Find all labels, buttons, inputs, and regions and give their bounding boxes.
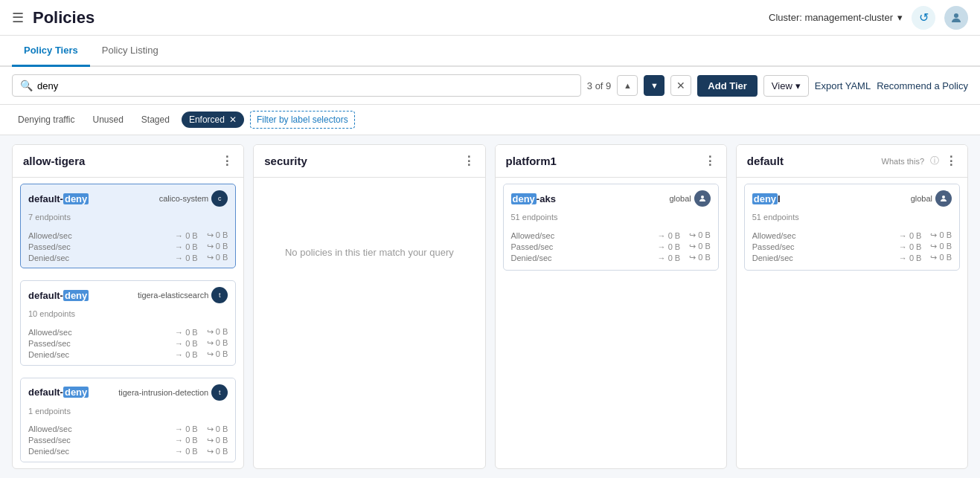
search-input[interactable] — [37, 80, 573, 91]
app-title: Policies — [33, 8, 760, 28]
export-yaml-button[interactable]: Export YAML — [815, 80, 871, 91]
history-icon[interactable]: ↺ — [912, 6, 935, 30]
filter-unused[interactable]: Unused — [86, 112, 129, 128]
tier-allow-tigera: allow-tigera ⋮ default-deny calico-syste… — [12, 144, 244, 469]
filter-enforced[interactable]: Enforced ✕ — [182, 112, 244, 128]
namespace-label-3: tigera-intrusion-detection — [118, 388, 208, 397]
recommend-policy-button[interactable]: Recommend a Policy — [877, 80, 968, 91]
tier-security-menu-icon[interactable]: ⋮ — [463, 154, 475, 168]
tier-default-meta: Whats this? ⓘ ⋮ — [882, 154, 957, 168]
policy-card-header-2: default-deny tigera-elasticsearch t — [21, 281, 235, 309]
policy-stats-4: Allowed/sec → 0 B ↪ 0 B Passed/sec → 0 B… — [504, 226, 718, 270]
filter-staged[interactable]: Staged — [135, 112, 176, 128]
tier-security-name: security — [264, 155, 307, 167]
stat-row-passed: Passed/sec → 0 B ↪ 0 B — [28, 242, 228, 251]
tier-default: default Whats this? ⓘ ⋮ denyl global — [736, 144, 968, 469]
namespace-badge-4: global — [669, 190, 710, 207]
namespace-label: calico-system — [159, 194, 209, 203]
page-layout: ☰ Policies Cluster: management-cluster ▾… — [0, 0, 980, 478]
namespace-label-5: global — [911, 194, 932, 203]
tier-security: security ⋮ No policies in this tier matc… — [253, 144, 485, 469]
search-prev-button[interactable]: ▲ — [617, 75, 638, 96]
policy-endpoints: 7 endpoints — [21, 213, 235, 226]
namespace-badge-3: tigera-intrusion-detection t — [118, 384, 228, 401]
info-icon[interactable]: ⓘ — [930, 155, 939, 167]
tier-platform1-name: platform1 — [506, 155, 557, 167]
cluster-selector[interactable]: Cluster: management-cluster ▾ — [769, 12, 903, 23]
filter-denying-traffic[interactable]: Denying traffic — [12, 112, 80, 128]
namespace-label-4: global — [669, 194, 691, 203]
policy-stats-5: Allowed/sec → 0 B ↪ 0 B Passed/sec → 0 B… — [745, 226, 959, 270]
view-label: View — [772, 80, 792, 91]
policy-endpoints-3: 1 endpoints — [21, 407, 235, 420]
policy-card-header-5: denyl global — [745, 184, 959, 213]
stat-row-allowed: Allowed/sec → 0 B ↪ 0 B — [28, 230, 228, 240]
policy-endpoints-4: 51 endpoints — [504, 213, 718, 226]
policy-stats-3: Allowed/sec → 0 B ↪ 0 B Passed/sec → 0 B… — [21, 420, 235, 462]
policy-endpoints-5: 51 endpoints — [745, 213, 959, 226]
svg-point-2 — [942, 196, 945, 198]
avatar-icon[interactable] — [944, 6, 968, 30]
hamburger-icon[interactable]: ☰ — [12, 10, 24, 26]
search-count: 3 of 9 — [587, 80, 612, 91]
policy-card-default-deny-calico[interactable]: default-deny calico-system c 7 endpoints… — [20, 184, 236, 268]
tier-allow-tigera-name: allow-tigera — [23, 155, 85, 167]
search-clear-button[interactable]: ✕ — [670, 75, 691, 96]
search-highlight-5: deny — [752, 193, 778, 204]
tier-security-header: security ⋮ — [254, 145, 484, 178]
tab-policy-listing[interactable]: Policy Listing — [90, 36, 170, 67]
tier-security-empty: No policies in this tier match your quer… — [254, 178, 484, 326]
view-chevron-icon: ▾ — [795, 80, 801, 91]
svg-point-0 — [954, 13, 958, 18]
filter-enforced-label: Enforced — [189, 114, 225, 125]
tier-default-name: default — [747, 155, 784, 167]
policy-endpoints-2: 10 endpoints — [21, 309, 235, 323]
policy-name-row-5: denyl — [752, 193, 781, 204]
view-button[interactable]: View ▾ — [763, 75, 809, 97]
namespace-avatar-3: t — [211, 384, 228, 401]
filter-enforced-close-icon[interactable]: ✕ — [229, 114, 237, 125]
policy-stats: Allowed/sec → 0 B ↪ 0 B Passed/sec → 0 B… — [21, 226, 235, 268]
search-highlight-2: deny — [63, 290, 89, 301]
namespace-avatar: c — [211, 190, 228, 207]
policy-card-header-4: deny-aks global — [504, 184, 718, 213]
policy-card-deny-aks[interactable]: deny-aks global 51 endpoints Allowed/sec — [503, 184, 719, 271]
policy-name-5: denyl — [752, 193, 781, 204]
policy-card-default-deny-elasticsearch[interactable]: default-deny tigera-elasticsearch t 10 e… — [20, 280, 236, 365]
filter-bar: Denying traffic Unused Staged Enforced ✕… — [0, 105, 980, 135]
tier-default-menu-icon[interactable]: ⋮ — [945, 154, 957, 168]
tier-allow-tigera-menu-icon[interactable]: ⋮ — [221, 154, 233, 168]
search-highlight: deny — [63, 193, 89, 204]
policy-card-header-3: default-deny tigera-intrusion-detection … — [21, 378, 235, 407]
tab-policy-tiers[interactable]: Policy Tiers — [12, 36, 90, 67]
chevron-down-icon: ▾ — [897, 12, 903, 23]
policy-name-4: deny-aks — [511, 193, 556, 204]
tier-platform1-menu-icon[interactable]: ⋮ — [704, 154, 716, 168]
policy-name: default-deny — [28, 193, 89, 204]
add-tier-button[interactable]: Add Tier — [697, 75, 758, 97]
policy-name-row-2: default-deny — [28, 290, 89, 301]
stat-row-denied: Denied/sec → 0 B ↪ 0 B — [28, 253, 228, 262]
search-highlight-3: deny — [63, 387, 89, 398]
whats-this-label[interactable]: Whats this? — [882, 157, 924, 166]
tier-platform1-header: platform1 ⋮ — [496, 145, 726, 178]
namespace-avatar-4 — [694, 190, 711, 207]
policy-stats-2: Allowed/sec → 0 B ↪ 0 B Passed/sec → 0 B… — [21, 323, 235, 365]
tier-platform1: platform1 ⋮ deny-aks global 51 endpoints — [495, 144, 727, 469]
tab-bar: Policy Tiers Policy Listing — [0, 36, 980, 67]
namespace-avatar-2: t — [211, 287, 228, 303]
policy-name-3: default-deny — [28, 387, 89, 398]
policy-name-2: default-deny — [28, 290, 89, 301]
namespace-badge-5: global — [911, 190, 952, 207]
namespace-label-2: tigera-elasticsearch — [138, 291, 208, 300]
top-nav: ☰ Policies Cluster: management-cluster ▾… — [0, 0, 980, 36]
policy-card-deny1[interactable]: denyl global 51 endpoints Allowed/sec — [744, 184, 960, 271]
filter-label-selectors[interactable]: Filter by label selectors — [250, 111, 355, 129]
namespace-badge-2: tigera-elasticsearch t — [138, 287, 228, 303]
tiers-area: allow-tigera ⋮ default-deny calico-syste… — [0, 135, 980, 478]
policy-card-default-deny-intrusion[interactable]: default-deny tigera-intrusion-detection … — [20, 378, 236, 462]
toolbar: 🔍 3 of 9 ▲ ▼ ✕ Add Tier View ▾ Export YA… — [0, 67, 980, 105]
tier-allow-tigera-meta: ⋮ — [221, 154, 233, 168]
policy-name-row: default-deny — [28, 193, 89, 204]
search-next-button[interactable]: ▼ — [644, 75, 664, 96]
